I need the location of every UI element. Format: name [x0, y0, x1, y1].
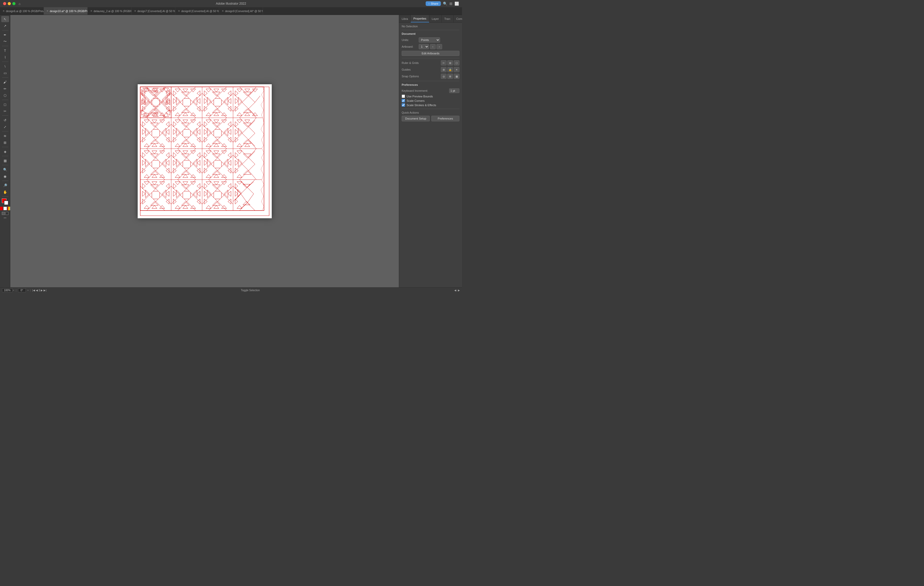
lock-guides-btn[interactable]: 🔒 — [447, 67, 453, 72]
tab-close-icon[interactable]: ✕ — [90, 10, 92, 12]
stroke-swatch[interactable] — [4, 201, 8, 205]
scale-tool[interactable]: ⤢ — [1, 124, 9, 130]
blend-tool[interactable]: ◉ — [1, 173, 9, 179]
snap-to-grid-btn[interactable]: ⊞ — [447, 74, 453, 79]
free-transform-tool[interactable]: ⊞ — [1, 140, 9, 146]
use-preview-bounds-label: Use Preview Bounds — [407, 95, 433, 98]
artboard-select[interactable]: 1 — [419, 44, 429, 49]
tab-design10[interactable]: ✕ design10.ai* @ 100 % (RGB/Preview) — [44, 7, 87, 15]
close-button[interactable] — [3, 2, 6, 5]
tab-properties[interactable]: Properties — [411, 15, 429, 22]
paintbrush-tool[interactable]: 🖌 — [1, 79, 9, 85]
eyedropper-tool[interactable]: 🔍 — [1, 166, 9, 173]
grid-icon-btn[interactable]: ⊞ — [447, 60, 453, 66]
prev-artboard-button[interactable]: ‹ — [430, 44, 436, 49]
tab-design6[interactable]: ✕ design6.ai @ 100 % (RGB/Previe... — [0, 7, 44, 15]
scale-corners-checkbox[interactable] — [402, 99, 405, 102]
tab-close-icon[interactable]: ✕ — [3, 10, 5, 12]
tab-layer[interactable]: Layer — [429, 15, 442, 22]
tab-design9[interactable]: ✕ design9 [Converted].AI* @ 50 % (RGB... — [219, 7, 263, 15]
panel-tabs: Libra Properties Layer Tran: Comm — [399, 15, 462, 23]
eraser-tool[interactable]: ◻ — [1, 101, 9, 107]
separator: | — [16, 289, 16, 292]
scale-strokes-checkbox[interactable] — [402, 103, 405, 107]
search-icon[interactable]: 🔍 — [443, 2, 447, 6]
clear-guides-btn[interactable]: ✕ — [454, 67, 459, 72]
main-area: ↖ ↗ ✒ 〜 T ⌇ \ ▭ 🖌 ✏ ⬡ ◻ ✂ ↺ ⤢ ≋ ⊞ ◈ ▦ 🔍 … — [0, 15, 462, 287]
scissors-tool[interactable]: ✂ — [1, 108, 9, 114]
tab-close-icon[interactable]: ✕ — [134, 10, 136, 12]
direct-selection-tool[interactable]: ↗ — [1, 23, 9, 29]
artboard-control: 1 ‹ › — [419, 44, 459, 49]
pen-tool[interactable]: ✒ — [1, 32, 9, 38]
preferences-button[interactable]: Preferences — [431, 116, 459, 121]
rectangle-tool[interactable]: ▭ — [1, 70, 9, 76]
symbol-sprayer-tool[interactable]: ◈ — [1, 148, 9, 155]
tab-delauney[interactable]: ✕ delauney_2.ai @ 100 % (RGB/Previe... — [87, 7, 132, 15]
stroke-indicator[interactable] — [3, 207, 7, 210]
normal-mode-btn[interactable] — [2, 212, 5, 215]
tab-design8[interactable]: ✕ design8 [Converted].AI @ 50 % (RGB/... — [175, 7, 219, 15]
maximize-button[interactable] — [12, 2, 15, 5]
no-selection-label: No Selection — [402, 25, 459, 28]
rotation-input[interactable] — [18, 288, 26, 292]
snap-to-pixel-btn[interactable]: ▦ — [454, 74, 459, 79]
column-graph-tool[interactable]: ▦ — [1, 158, 9, 164]
pencil-tool[interactable]: ✏ — [1, 86, 9, 92]
status-arrow-left[interactable]: ◀ — [454, 289, 456, 292]
color-swatch[interactable] — [2, 198, 8, 205]
use-preview-bounds-checkbox[interactable] — [402, 95, 405, 98]
ruler-icon-btn[interactable]: ⊢ — [441, 60, 447, 66]
ruler-grids-label: Ruler & Grids — [402, 61, 441, 64]
rotate-tool[interactable]: ↺ — [1, 117, 9, 123]
next-artboard-btn[interactable]: ▶ — [41, 289, 43, 292]
last-artboard-btn[interactable]: ▶| — [44, 289, 46, 292]
curvature-tool[interactable]: 〜 — [1, 38, 9, 44]
share-button[interactable]: ↑ Share — [426, 1, 441, 6]
type-tool[interactable]: T — [1, 48, 9, 54]
zoom-tool[interactable]: 🔎 — [1, 182, 9, 188]
minimize-button[interactable] — [8, 2, 11, 5]
tab-design7[interactable]: ✕ design7 [Converted].AI @ 50 % (RGB/... — [132, 7, 175, 15]
ki-label: Keyboard Increment: — [402, 89, 449, 92]
units-select[interactable]: Points Pixels Inches Millimeters — [419, 37, 440, 43]
window-icon[interactable]: ⬜ — [455, 2, 459, 6]
edit-artboards-button[interactable]: Edit Artboards — [402, 51, 459, 56]
keyboard-increment-input[interactable] — [449, 88, 459, 93]
zoom-chevron[interactable]: ▾ — [13, 289, 14, 292]
hand-tool[interactable]: ✋ — [1, 189, 9, 195]
tab-close-icon[interactable]: ✕ — [46, 10, 48, 12]
line-tool[interactable]: \ — [1, 63, 9, 69]
tab-comments[interactable]: Comm — [454, 15, 462, 22]
next-artboard-button[interactable]: › — [436, 44, 442, 49]
document-setup-button[interactable]: Document Setup — [402, 116, 430, 121]
drawing-mode-btn[interactable] — [5, 212, 8, 215]
tab-close-icon[interactable]: ✕ — [222, 10, 224, 12]
units-row: Units: Points Pixels Inches Millimeters — [402, 37, 459, 43]
more-tools-btn[interactable]: ••• — [3, 216, 7, 219]
tab-close-icon[interactable]: ✕ — [178, 10, 180, 12]
canvas-area[interactable] — [10, 15, 399, 287]
home-icon[interactable]: ⌂ — [18, 2, 21, 6]
perspective-grid-icon-btn[interactable]: ⬡ — [454, 60, 459, 66]
tab-transform[interactable]: Tran: — [442, 15, 454, 22]
snap-options-row: Snap Options ◎ ⊞ ▦ — [402, 74, 459, 79]
grid-view-icon[interactable]: ⊞ — [449, 2, 452, 6]
artboard-label: Artboard: — [402, 45, 417, 48]
scale-strokes-label: Scale Strokes & Effects — [407, 104, 436, 107]
document-section-label: Document — [402, 32, 459, 35]
shaper-tool[interactable]: ⬡ — [1, 92, 9, 99]
snap-to-point-btn[interactable]: ◎ — [441, 74, 447, 79]
warp-tool[interactable]: ≋ — [1, 133, 9, 139]
show-guides-btn[interactable]: ⊞ — [441, 67, 447, 72]
zoom-input[interactable] — [2, 288, 12, 292]
vertical-type-tool[interactable]: ⌇ — [1, 54, 9, 60]
tab-libra[interactable]: Libra — [399, 15, 411, 22]
scale-corners-row: Scale Corners — [402, 99, 459, 102]
rotation-chevron[interactable]: ▾ — [27, 289, 29, 292]
fill-indicator[interactable] — [0, 207, 3, 210]
selection-tool[interactable]: ↖ — [1, 16, 9, 22]
status-arrow-right[interactable]: ▶ — [458, 289, 460, 292]
first-artboard-btn[interactable]: |◀ — [32, 289, 35, 292]
prev-artboard-btn[interactable]: ◀ — [36, 289, 38, 292]
